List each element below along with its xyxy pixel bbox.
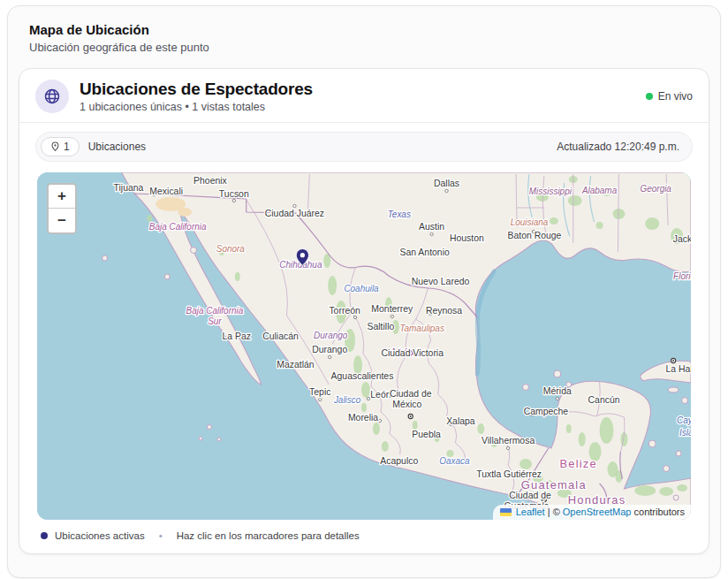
- osm-link[interactable]: OpenStreetMap: [563, 507, 632, 517]
- svg-text:Phoenix: Phoenix: [193, 176, 227, 186]
- svg-text:Sonora: Sonora: [216, 244, 246, 254]
- svg-text:Houston: Houston: [450, 233, 484, 243]
- viewer-locations-card: Ubicaciones de Espectadores 1 ubicacione…: [19, 68, 709, 554]
- svg-text:Monterrey: Monterrey: [371, 304, 413, 314]
- svg-text:Acapulco: Acapulco: [380, 456, 418, 466]
- svg-text:Mazatlán: Mazatlán: [277, 360, 315, 369]
- svg-text:Puebla: Puebla: [412, 430, 441, 439]
- svg-text:La Paz: La Paz: [223, 331, 252, 341]
- svg-text:Oaxaca: Oaxaca: [439, 456, 470, 466]
- attribution-contributors: contributors: [631, 507, 685, 517]
- location-count-chip: 1: [41, 137, 80, 156]
- svg-text:Torreón: Torreón: [329, 306, 360, 316]
- svg-text:Ciudad Victoria: Ciudad Victoria: [381, 348, 444, 358]
- card-title-block: Ubicaciones de Espectadores 1 ubicacione…: [80, 80, 313, 113]
- svg-text:Baton Rouge: Baton Rouge: [507, 231, 561, 240]
- leaflet-link[interactable]: Leaflet: [516, 507, 545, 517]
- svg-text:Durango: Durango: [312, 345, 347, 354]
- svg-text:Guatemala: Guatemala: [521, 478, 587, 491]
- svg-text:Xalapa: Xalapa: [446, 416, 475, 426]
- svg-text:Ciudad de: Ciudad de: [390, 389, 432, 399]
- svg-text:Jalisco: Jalisco: [333, 395, 361, 405]
- card-title: Ubicaciones de Espectadores: [80, 80, 313, 99]
- svg-text:Reynosa: Reynosa: [426, 306, 462, 316]
- panel-header: Mapa de Ubicación Ubicación geográfica d…: [19, 22, 709, 68]
- svg-text:Jacksonville: Jacksonville: [673, 234, 691, 244]
- stats-label: Ubicaciones: [88, 141, 146, 153]
- map-zoom-control: + −: [47, 183, 77, 234]
- card-header: Ubicaciones de Espectadores 1 ubicacione…: [19, 69, 709, 122]
- svg-text:León: León: [370, 390, 391, 400]
- svg-text:Islands: Islands: [679, 428, 691, 438]
- footer-separator: •: [159, 530, 163, 541]
- location-count: 1: [64, 141, 70, 153]
- svg-text:Campeche: Campeche: [524, 407, 569, 416]
- attribution-separator: | ©: [545, 507, 563, 517]
- svg-text:Durango: Durango: [314, 331, 348, 340]
- isla-juventud: [668, 387, 679, 392]
- active-location-dot-icon: [41, 532, 48, 539]
- live-badge: En vivo: [646, 90, 693, 103]
- map-attribution: Leaflet | © OpenStreetMap contributors: [493, 505, 691, 520]
- svg-text:Tijuana: Tijuana: [114, 183, 144, 193]
- zoom-out-button[interactable]: −: [49, 209, 75, 232]
- svg-text:Baja California: Baja California: [149, 222, 207, 232]
- card-subtitle: 1 ubicaciones únicas • 1 vistas totales: [80, 101, 313, 113]
- svg-text:Louisiana: Louisiana: [511, 217, 549, 227]
- svg-text:Mérida: Mérida: [543, 386, 572, 396]
- footer-legend: Ubicaciones activas: [55, 530, 145, 541]
- svg-text:Dallas: Dallas: [434, 179, 459, 188]
- live-label: En vivo: [658, 90, 693, 103]
- svg-text:Ciudad de: Ciudad de: [509, 491, 551, 500]
- card-footer: Ubicaciones activas • Haz clic en los ma…: [19, 523, 709, 553]
- farmland: [178, 208, 192, 217]
- location-map-panel: Mapa de Ubicación Ubicación geográfica d…: [7, 5, 721, 578]
- live-dot-icon: [646, 93, 653, 100]
- svg-text:Alabama: Alabama: [581, 186, 618, 195]
- page-subtitle: Ubicación geográfica de este punto: [29, 41, 699, 54]
- page-title: Mapa de Ubicación: [29, 22, 699, 37]
- svg-text:Baja California: Baja California: [186, 306, 244, 316]
- svg-text:Sur: Sur: [208, 316, 222, 326]
- svg-text:Tuxtla Gutiérrez: Tuxtla Gutiérrez: [476, 469, 542, 479]
- map[interactable]: Baja CaliforniaSonoraTexasChihuahuaCoahu…: [37, 172, 691, 520]
- header-divider: [19, 122, 709, 123]
- svg-text:Culiacán: Culiacán: [262, 331, 299, 341]
- svg-text:Cayman: Cayman: [677, 415, 691, 425]
- svg-text:Tamaulipas: Tamaulipas: [399, 324, 444, 333]
- svg-text:Austin: Austin: [419, 222, 444, 232]
- svg-text:Texas: Texas: [388, 210, 411, 219]
- svg-text:Saltillo: Saltillo: [368, 322, 395, 331]
- svg-text:Georgia: Georgia: [641, 184, 672, 194]
- svg-text:San Antonio: San Antonio: [399, 248, 449, 257]
- svg-text:La Habana: La Habana: [665, 364, 691, 374]
- footer-hint: Haz clic en los marcadores para detalles: [177, 530, 360, 541]
- svg-text:Coahuila: Coahuila: [344, 284, 379, 293]
- svg-text:Florida: Florida: [673, 271, 691, 281]
- ukraine-flag-icon: [500, 508, 512, 516]
- svg-text:Tepic: Tepic: [309, 387, 330, 397]
- svg-text:Nuevo Laredo: Nuevo Laredo: [412, 277, 470, 286]
- globe-icon: [35, 80, 69, 113]
- svg-text:México: México: [392, 400, 421, 409]
- svg-text:Morelia: Morelia: [348, 413, 378, 423]
- svg-text:Mississippi: Mississippi: [529, 187, 573, 196]
- zoom-in-button[interactable]: +: [49, 185, 75, 209]
- updated-timestamp: Actualizado 12:20:49 p.m.: [557, 141, 679, 153]
- stats-bar: 1 Ubicaciones Actualizado 12:20:49 p.m.: [35, 132, 693, 162]
- svg-text:Villahermosa: Villahermosa: [482, 436, 535, 446]
- svg-text:Cancún: Cancún: [588, 395, 620, 405]
- svg-text:Ciudad Juárez: Ciudad Juárez: [265, 209, 324, 218]
- map-canvas[interactable]: Baja CaliforniaSonoraTexasChihuahuaCoahu…: [37, 172, 691, 520]
- svg-text:Belize: Belize: [560, 457, 597, 470]
- svg-text:Aguascalientes: Aguascalientes: [331, 371, 394, 381]
- svg-text:Tucson: Tucson: [219, 189, 249, 199]
- map-pin-icon: [50, 141, 60, 152]
- svg-text:Mexicali: Mexicali: [149, 187, 183, 196]
